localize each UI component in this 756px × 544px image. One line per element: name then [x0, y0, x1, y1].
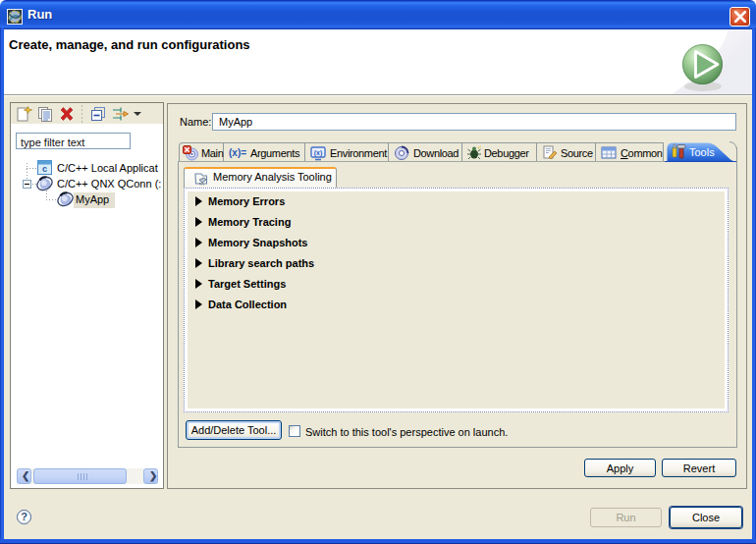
svg-text:c: c: [42, 164, 47, 174]
svg-text:(x): (x): [314, 149, 323, 157]
